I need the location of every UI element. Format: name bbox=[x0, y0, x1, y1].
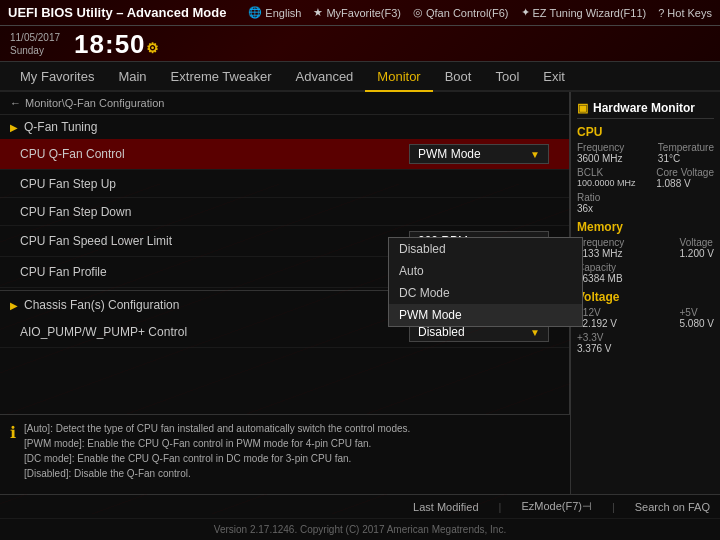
nav-extreme-tweaker[interactable]: Extreme Tweaker bbox=[159, 62, 284, 92]
hw-cpu-freq-temp: Frequency 3600 MHz Temperature 31°C bbox=[577, 142, 714, 164]
hw-cpu-freq-label: Frequency bbox=[577, 142, 624, 153]
ezmode-button[interactable]: EzMode(F7)⊣ bbox=[521, 500, 592, 513]
version-text: Version 2.17.1246. Copyright (C) 2017 Am… bbox=[214, 524, 506, 535]
cpu-fan-step-down-row[interactable]: CPU Fan Step Down bbox=[0, 198, 569, 226]
cpu-qfan-control-value[interactable]: PWM Mode ▼ bbox=[409, 144, 549, 164]
time-bar: 11/05/2017 Sunday 18:50⚙ bbox=[0, 26, 720, 62]
hw-core-volt-value: 1.088 V bbox=[656, 178, 714, 189]
info-box: ℹ [Auto]: Detect the type of CPU fan ins… bbox=[0, 414, 570, 494]
search-faq-button[interactable]: Search on FAQ bbox=[635, 501, 710, 513]
date-display: 11/05/2017 Sunday bbox=[10, 31, 60, 57]
hw-bclk-value: 100.0000 MHz bbox=[577, 178, 636, 188]
hw-mem-freq-value: 2133 MHz bbox=[577, 248, 624, 259]
hardware-monitor-panel: ▣ Hardware Monitor CPU Frequency 3600 MH… bbox=[570, 92, 720, 494]
aio-pump-label: AIO_PUMP/W_PUMP+ Control bbox=[20, 325, 409, 339]
cpu-fan-speed-lower-label: CPU Fan Speed Lower Limit bbox=[20, 234, 409, 248]
hw-memory-title: Memory bbox=[577, 220, 714, 234]
cpu-fan-step-down-label: CPU Fan Step Down bbox=[20, 205, 549, 219]
back-arrow[interactable]: ← bbox=[10, 97, 21, 109]
dropdown-disabled[interactable]: Disabled bbox=[389, 238, 570, 260]
nav-boot[interactable]: Boot bbox=[433, 62, 484, 92]
hw-ratio-value: 36x bbox=[577, 203, 600, 214]
divider-1: | bbox=[499, 501, 502, 513]
shortcut-hotkeys[interactable]: ? Hot Keys bbox=[658, 7, 712, 19]
nav-bar: My Favorites Main Extreme Tweaker Advanc… bbox=[0, 62, 720, 92]
last-modified: Last Modified bbox=[413, 501, 478, 513]
cpu-qfan-dropdown[interactable]: Disabled Auto DC Mode PWM Mode bbox=[388, 237, 570, 327]
divider-2: | bbox=[612, 501, 615, 513]
hw-33v-label: +3.3V bbox=[577, 332, 611, 343]
bios-title: UEFI BIOS Utility – Advanced Mode bbox=[8, 5, 226, 20]
dropdown-dc-mode[interactable]: DC Mode bbox=[389, 282, 570, 304]
hw-mem-volt-label: Voltage bbox=[680, 237, 714, 248]
shortcut-ez-tuning[interactable]: ✦ EZ Tuning Wizard(F11) bbox=[521, 6, 647, 19]
version-bar: Version 2.17.1246. Copyright (C) 2017 Am… bbox=[0, 518, 720, 540]
cpu-fan-step-up-label: CPU Fan Step Up bbox=[20, 177, 549, 191]
cpu-fan-profile-label: CPU Fan Profile bbox=[20, 265, 409, 279]
hw-cpu-ratio: Ratio 36x bbox=[577, 192, 714, 214]
hw-5v-label: +5V bbox=[680, 307, 714, 318]
shortcut-language[interactable]: 🌐 English bbox=[248, 6, 301, 19]
nav-advanced[interactable]: Advanced bbox=[284, 62, 366, 92]
hw-volt-33: +3.3V 3.376 V bbox=[577, 332, 714, 354]
hw-capacity-value: 16384 MB bbox=[577, 273, 623, 284]
shortcut-favorites[interactable]: ★ MyFavorite(F3) bbox=[313, 6, 401, 19]
qfan-tuning-header[interactable]: ▶ Q-Fan Tuning bbox=[0, 115, 569, 139]
info-icon: ℹ bbox=[10, 423, 16, 442]
hw-12v-label: +12V bbox=[577, 307, 617, 318]
bottom-bar: Last Modified | EzMode(F7)⊣ | Search on … bbox=[0, 494, 720, 518]
cpu-qfan-dropdown-arrow: ▼ bbox=[530, 149, 540, 160]
cpu-qfan-control-label: CPU Q-Fan Control bbox=[20, 147, 409, 161]
cpu-qfan-control-row[interactable]: CPU Q-Fan Control PWM Mode ▼ bbox=[0, 139, 569, 170]
shortcut-qfan[interactable]: ◎ Qfan Control(F6) bbox=[413, 6, 509, 19]
nav-main[interactable]: Main bbox=[106, 62, 158, 92]
hw-monitor-icon: ▣ bbox=[577, 101, 588, 115]
hw-bclk-label: BCLK bbox=[577, 167, 636, 178]
hw-voltage-title: Voltage bbox=[577, 290, 714, 304]
chassis-arrow-icon: ▶ bbox=[10, 300, 18, 311]
breadcrumb: ← Monitor\Q-Fan Configuration bbox=[0, 92, 569, 115]
qfan-tuning-label: Q-Fan Tuning bbox=[24, 120, 97, 134]
hw-5v-value: 5.080 V bbox=[680, 318, 714, 329]
hw-cpu-temp-label: Temperature bbox=[658, 142, 714, 153]
hw-mem-freq-volt: Frequency 2133 MHz Voltage 1.200 V bbox=[577, 237, 714, 259]
hw-core-volt-label: Core Voltage bbox=[656, 167, 714, 178]
left-panel: ← Monitor\Q-Fan Configuration ▶ Q-Fan Tu… bbox=[0, 92, 570, 494]
header-bar: UEFI BIOS Utility – Advanced Mode 🌐 Engl… bbox=[0, 0, 720, 26]
dropdown-pwm-mode[interactable]: PWM Mode bbox=[389, 304, 570, 326]
hw-ratio-label: Ratio bbox=[577, 192, 600, 203]
dropdown-auto[interactable]: Auto bbox=[389, 260, 570, 282]
hw-cpu-title: CPU bbox=[577, 125, 714, 139]
main-area: ← Monitor\Q-Fan Configuration ▶ Q-Fan Tu… bbox=[0, 92, 720, 494]
hw-capacity-label: Capacity bbox=[577, 262, 623, 273]
chassis-fans-label: Chassis Fan(s) Configuration bbox=[24, 298, 179, 312]
hw-volt-12-5: +12V 12.192 V +5V 5.080 V bbox=[577, 307, 714, 329]
hw-mem-volt-value: 1.200 V bbox=[680, 248, 714, 259]
nav-my-favorites[interactable]: My Favorites bbox=[8, 62, 106, 92]
hw-mem-capacity: Capacity 16384 MB bbox=[577, 262, 714, 284]
time-display: 18:50⚙ bbox=[74, 31, 160, 57]
hw-cpu-freq-value: 3600 MHz bbox=[577, 153, 624, 164]
hw-mem-freq-label: Frequency bbox=[577, 237, 624, 248]
hw-12v-value: 12.192 V bbox=[577, 318, 617, 329]
info-text: [Auto]: Detect the type of CPU fan insta… bbox=[24, 421, 410, 481]
nav-exit[interactable]: Exit bbox=[531, 62, 577, 92]
hw-cpu-bclk-voltage: BCLK 100.0000 MHz Core Voltage 1.088 V bbox=[577, 167, 714, 189]
nav-monitor[interactable]: Monitor bbox=[365, 62, 432, 92]
aio-dropdown-arrow: ▼ bbox=[530, 327, 540, 338]
hw-monitor-title: ▣ Hardware Monitor bbox=[577, 98, 714, 119]
breadcrumb-path: Monitor\Q-Fan Configuration bbox=[25, 97, 164, 109]
qfan-arrow-icon: ▶ bbox=[10, 122, 18, 133]
nav-tool[interactable]: Tool bbox=[483, 62, 531, 92]
hw-33v-value: 3.376 V bbox=[577, 343, 611, 354]
cpu-fan-step-up-row[interactable]: CPU Fan Step Up bbox=[0, 170, 569, 198]
header-shortcuts: 🌐 English ★ MyFavorite(F3) ◎ Qfan Contro… bbox=[248, 6, 712, 19]
hw-cpu-temp-value: 31°C bbox=[658, 153, 714, 164]
